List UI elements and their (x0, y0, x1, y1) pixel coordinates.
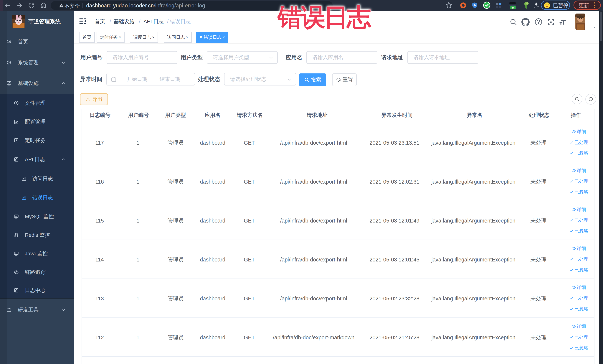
svg-text:on: on (512, 7, 514, 9)
